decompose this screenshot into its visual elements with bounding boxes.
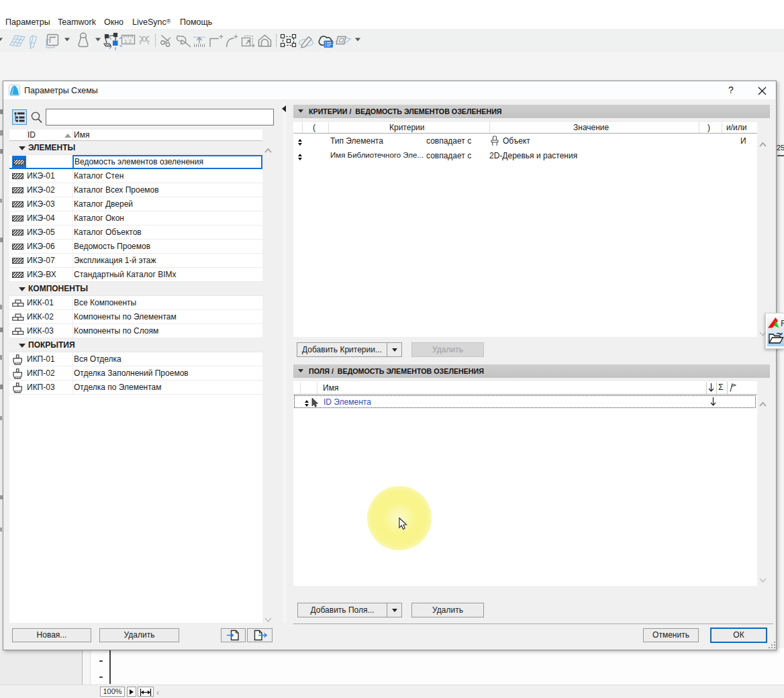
svg-text:F: F (781, 318, 784, 328)
svg-text:1 2: 1 2 (125, 38, 132, 44)
